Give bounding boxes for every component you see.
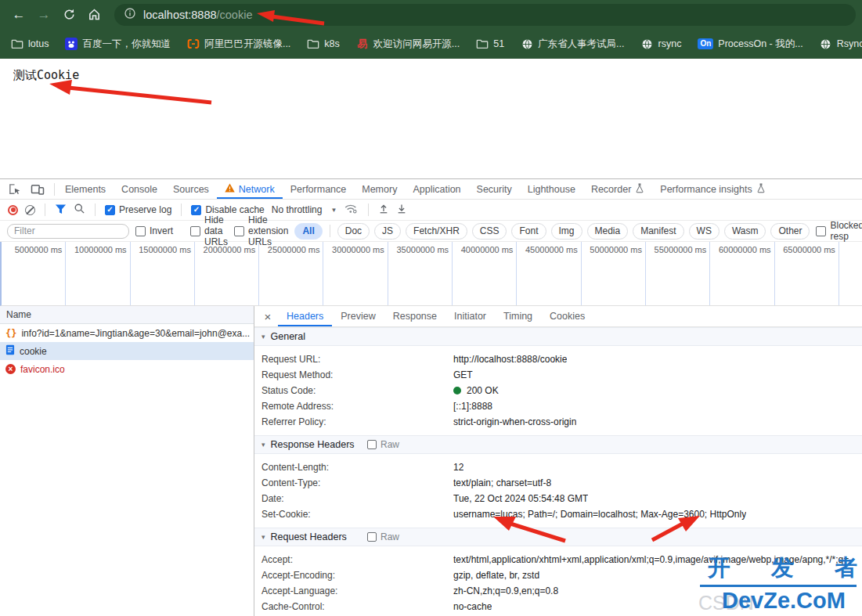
section-general[interactable]: ▾ General: [254, 327, 862, 346]
filter-type-fetchxhr[interactable]: Fetch/XHR: [406, 223, 467, 240]
header-key: Request URL:: [261, 351, 453, 367]
tab-security[interactable]: Security: [469, 179, 520, 199]
tab-cookies[interactable]: Cookies: [541, 306, 593, 326]
filter-input[interactable]: [7, 224, 129, 239]
bookmark-aliyun[interactable]: 阿里巴巴开源镜像...: [187, 38, 290, 51]
bookmark-rsync[interactable]: rsync: [641, 38, 682, 50]
tab-performance-insights[interactable]: Performance insights: [652, 179, 773, 199]
header-key: Remote Address:: [261, 398, 453, 414]
chevron-down-icon: ▼: [330, 207, 337, 214]
reload-icon[interactable]: [56, 4, 81, 26]
tab-timing[interactable]: Timing: [495, 306, 541, 326]
table-row-cookie[interactable]: cookie: [0, 342, 254, 360]
filter-type-css[interactable]: CSS: [472, 223, 507, 240]
site-info-icon[interactable]: [124, 7, 136, 22]
disable-cache-checkbox[interactable]: ✓ Disable cache: [191, 204, 264, 215]
checkbox-unchecked[interactable]: [367, 532, 377, 542]
page-viewport: 测试Cookie: [0, 59, 862, 178]
name-column-header[interactable]: Name: [6, 309, 31, 320]
network-overview-timeline[interactable]: 5000000 ms 10000000 ms 15000000 ms 20000…: [0, 242, 862, 306]
divider: [45, 204, 45, 216]
globe-icon: [641, 38, 654, 50]
tab-response[interactable]: Response: [384, 306, 445, 326]
clear-icon[interactable]: [25, 205, 35, 215]
address-bar[interactable]: localhost:8888/cookie: [114, 4, 856, 26]
section-response-headers[interactable]: ▾ Response Headers Raw: [254, 435, 862, 454]
checkbox-unchecked[interactable]: [190, 226, 200, 236]
invert-checkbox[interactable]: Invert: [135, 225, 173, 236]
bookmark-rsync-plus[interactable]: Rsync +: [820, 38, 862, 50]
inspect-element-icon[interactable]: [3, 180, 25, 199]
checkbox-unchecked[interactable]: [234, 226, 244, 236]
filter-type-ws[interactable]: WS: [689, 223, 720, 240]
checkbox-checked[interactable]: ✓: [191, 205, 201, 215]
filter-type-media[interactable]: Media: [587, 223, 629, 240]
filter-type-wasm[interactable]: Wasm: [724, 223, 766, 240]
import-har-icon[interactable]: [378, 203, 389, 217]
checkbox-checked[interactable]: ✓: [105, 205, 115, 215]
document-icon: [5, 344, 15, 358]
bookmark-netease[interactable]: 易 欢迎访问网易开源...: [356, 38, 460, 51]
bookmark-baidu[interactable]: 百度一下，你就知道: [65, 38, 171, 51]
filter-icon[interactable]: [55, 204, 67, 217]
export-har-icon[interactable]: [396, 203, 407, 217]
checkbox-unchecked[interactable]: [816, 226, 826, 236]
blocked-response-checkbox[interactable]: Blocked resp: [816, 220, 862, 242]
bookmark-label: 百度一下，你就知道: [82, 38, 171, 51]
tab-preview[interactable]: Preview: [332, 306, 384, 326]
url-host: localhost:8888: [143, 9, 217, 21]
back-icon[interactable]: ←: [6, 4, 31, 26]
checkbox-unchecked[interactable]: [367, 440, 377, 449]
request-list: Name {} info?id=1&name=Jingtian&age=30&e…: [0, 306, 254, 616]
request-list-header[interactable]: Name: [0, 306, 254, 324]
home-icon[interactable]: [81, 4, 106, 26]
table-row-info[interactable]: {} info?id=1&name=Jingtian&age=30&email=…: [0, 324, 254, 342]
bookmark-51[interactable]: 51: [476, 38, 504, 50]
header-value: gzip, deflate, br, zstd: [453, 567, 539, 583]
bookmark-processon[interactable]: On ProcessOn - 我的...: [698, 38, 802, 51]
forward-icon[interactable]: →: [31, 4, 56, 26]
timeline-tick: 10000000 ms: [66, 242, 130, 305]
filter-type-manifest[interactable]: Manifest: [633, 223, 683, 240]
table-row-favicon[interactable]: × favicon.ico: [0, 360, 254, 378]
tab-lighthouse[interactable]: Lighthouse: [520, 179, 583, 199]
network-filter-bar: Invert Hide data URLs Hide extension URL…: [0, 221, 862, 242]
status-ok-dot: [453, 387, 461, 394]
device-toolbar-icon[interactable]: [27, 180, 49, 199]
bookmark-gdrsks[interactable]: 广东省人事考试局...: [521, 38, 624, 51]
raw-toggle[interactable]: Raw: [367, 531, 399, 542]
raw-toggle[interactable]: Raw: [367, 439, 399, 450]
filter-type-img[interactable]: Img: [551, 223, 582, 240]
filter-type-doc[interactable]: Doc: [337, 223, 370, 240]
filter-type-other[interactable]: Other: [770, 223, 810, 240]
tab-console[interactable]: Console: [114, 179, 165, 199]
tab-elements[interactable]: Elements: [57, 179, 114, 199]
header-key: Cache-Control:: [261, 599, 453, 614]
tab-recorder[interactable]: Recorder: [583, 179, 652, 199]
bookmark-lotus[interactable]: lotus: [11, 38, 49, 50]
tab-application[interactable]: Application: [405, 179, 468, 199]
tab-initiator[interactable]: Initiator: [445, 306, 495, 326]
timeline-tick: 40000000 ms: [453, 242, 517, 305]
tab-performance[interactable]: Performance: [283, 179, 355, 199]
network-conditions-icon[interactable]: [344, 203, 359, 217]
search-icon[interactable]: [74, 203, 85, 217]
preserve-log-checkbox[interactable]: ✓ Preserve log: [105, 204, 171, 215]
error-icon: ×: [5, 364, 16, 374]
header-value: http://localhost:8888/cookie: [453, 351, 567, 367]
tab-memory[interactable]: Memory: [354, 179, 405, 199]
header-value: GET: [453, 367, 473, 383]
url-text[interactable]: localhost:8888/cookie: [143, 9, 252, 21]
record-icon[interactable]: [8, 205, 18, 215]
checkbox-unchecked[interactable]: [135, 226, 146, 236]
throttling-dropdown[interactable]: No throttling ▼: [272, 204, 337, 215]
filter-type-all[interactable]: All: [294, 223, 322, 240]
close-icon[interactable]: ×: [258, 306, 278, 326]
filter-type-font[interactable]: Font: [511, 223, 546, 240]
tab-network[interactable]: Network: [217, 179, 283, 199]
tab-headers[interactable]: Headers: [278, 306, 332, 326]
section-request-headers[interactable]: ▾ Request Headers Raw: [254, 528, 862, 546]
tab-sources[interactable]: Sources: [165, 179, 217, 199]
bookmark-k8s[interactable]: k8s: [307, 38, 339, 50]
filter-type-js[interactable]: JS: [374, 223, 401, 240]
